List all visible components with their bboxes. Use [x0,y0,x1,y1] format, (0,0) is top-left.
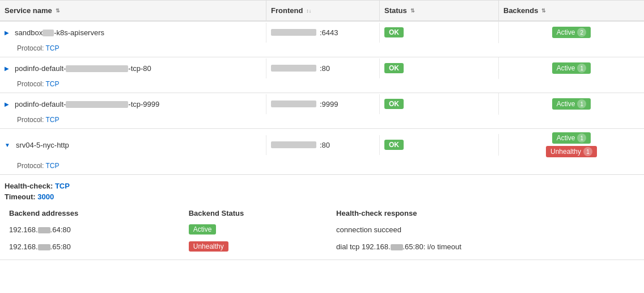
detail-response: dial tcp 192.168..65:80: i/o timeout [332,238,639,255]
detail-col-response: Health-check response [332,206,639,221]
backend-badge-unhealthy: Unhealthy 1 [546,146,597,157]
badge-count-unhealthy: 1 [583,147,592,156]
status-badge-ok: OK [384,63,404,73]
port-text: :9999 [320,100,338,108]
cell-backends: Active 1 Unhealthy 1 [499,129,644,161]
cell-backends: Active 2 [499,23,644,41]
detail-address: 192.168..64:80 [5,221,184,238]
service-name-text: podinfo-default--tcp-80 [15,64,151,73]
col-service-name: Service name ⇅ [0,1,266,20]
badge-count: 1 [577,99,586,108]
ip-blurred [271,29,316,36]
cell-service-name: ▼ srv04-5-nyc-http [0,135,266,155]
detail-table-row: 192.168..65:80 Unhealthy dial tcp 192.16… [5,238,639,255]
service-name-text: sandbox-k8s-apiservers [15,28,104,37]
expand-icon[interactable]: ▼ [5,142,10,148]
backend-badge-active: Active 2 [552,27,591,38]
status-badge-ok: OK [384,140,404,150]
cell-frontend: :80 [266,58,380,78]
detail-address: 192.168..65:80 [5,238,184,255]
detail-status-badge-active: Active [189,224,217,235]
sort-icon-service[interactable]: ⇅ [56,8,60,14]
detail-table-row: 192.168..64:80 Active connection succeed [5,221,639,238]
expand-icon[interactable]: ▶ [5,101,9,107]
table-row: ▶ sandbox-k8s-apiservers :6443 OK Active… [0,22,644,57]
port-text: :6443 [320,28,338,37]
row-main: ▼ srv04-5-nyc-http :80 OK Active 1 Unhea… [0,129,644,161]
backend-badge-active: Active 1 [552,62,591,74]
cell-frontend: :80 [266,135,380,155]
port-text: :80 [320,141,330,149]
cell-service-name: ▶ sandbox-k8s-apiservers [0,23,266,43]
sort-icon-backends[interactable]: ⇅ [541,8,546,14]
protocol-value: TCP [45,44,59,52]
detail-status: Unhealthy [184,238,332,255]
badge-count: 2 [577,28,586,37]
backend-badge-active: Active 1 [552,132,591,144]
detail-response: connection succeed [332,221,639,238]
table-row: ▼ srv04-5-nyc-http :80 OK Active 1 Unhea… [0,129,644,260]
cell-status: OK [380,57,499,79]
protocol-value: TCP [45,80,59,88]
detail-col-address: Backend addresses [5,206,184,221]
cell-status: OK [380,22,499,43]
table-header: Service name ⇅ Frontend ↕↓ Status ⇅ Back… [0,0,644,22]
address-blurred [38,227,50,233]
detail-status-badge-unhealthy: Unhealthy [189,241,228,252]
badge-count: 1 [577,64,586,73]
cell-service-name: ▶ podinfo-default--tcp-9999 [0,94,266,114]
address-blurred [38,244,50,250]
cell-frontend: :9999 [266,94,380,114]
ip-blurred [271,141,316,148]
status-badge-ok: OK [384,99,404,109]
protocol-value: TCP [45,162,59,170]
row-sub-protocol: Protocol: TCP [0,79,644,93]
cell-service-name: ▶ podinfo-default--tcp-80 [0,58,266,78]
ip-blurred [271,65,316,72]
row-sub-protocol: Protocol: TCP [0,115,644,128]
cell-backends: Active 1 [499,95,644,113]
service-table: Service name ⇅ Frontend ↕↓ Status ⇅ Back… [0,0,644,260]
cell-backends: Active 1 [499,59,644,77]
protocol-value: TCP [45,116,59,124]
detail-table: Backend addresses Backend Status Health-… [5,206,639,255]
row-main: ▶ sandbox-k8s-apiservers :6443 OK Active… [0,22,644,43]
cell-status: OK [380,93,499,115]
backend-badge-active: Active 1 [552,98,591,110]
col-backends: Backends ⇅ [499,1,644,20]
sort-icon-status[interactable]: ⇅ [410,8,415,14]
badge-count: 1 [577,133,586,143]
detail-timeout: Timeout: 3000 [5,192,639,201]
row-main: ▶ podinfo-default--tcp-80 :80 OK Active … [0,57,644,79]
detail-section: Health-check: TCP Timeout: 3000 Backend … [0,174,644,259]
service-name-text: podinfo-default--tcp-9999 [15,100,159,108]
table-row: ▶ podinfo-default--tcp-80 :80 OK Active … [0,57,644,93]
status-badge-ok: OK [384,27,404,37]
row-main: ▶ podinfo-default--tcp-9999 :9999 OK Act… [0,93,644,115]
port-text: :80 [320,64,330,73]
col-frontend: Frontend ↕↓ [266,1,380,20]
service-name-text: srv04-5-nyc-http [16,141,69,149]
row-sub-protocol: Protocol: TCP [0,161,644,174]
ip-blurred [271,101,316,107]
response-blurred [391,244,403,250]
cell-status: OK [380,134,499,156]
table-row: ▶ podinfo-default--tcp-9999 :9999 OK Act… [0,93,644,129]
row-sub-protocol: Protocol: TCP [0,43,644,57]
expand-icon[interactable]: ▶ [5,30,9,36]
detail-col-status: Backend Status [184,206,332,221]
detail-status: Active [184,221,332,238]
expand-icon[interactable]: ▶ [5,65,9,72]
col-status: Status ⇅ [380,1,499,20]
detail-health-check: Health-check: TCP [5,182,639,190]
sort-icon-frontend[interactable]: ↕↓ [306,8,311,14]
cell-frontend: :6443 [266,23,380,43]
